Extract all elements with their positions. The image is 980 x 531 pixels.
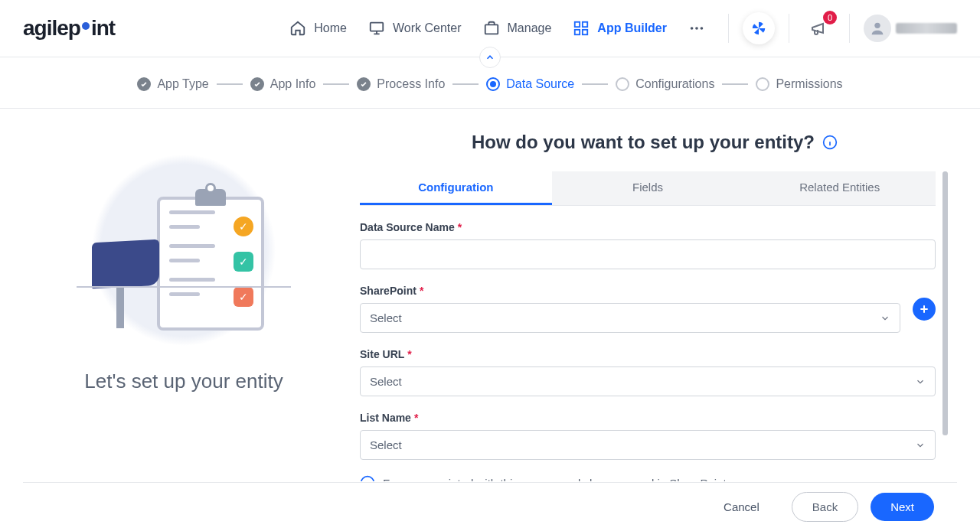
site-url-select[interactable]: Select (360, 366, 936, 396)
right-panel: How do you want to set up your entity? C… (360, 109, 949, 481)
step-app-type[interactable]: App Type (137, 77, 208, 91)
svg-rect-5 (583, 30, 587, 34)
ellipsis-icon (688, 20, 705, 37)
svg-point-8 (701, 27, 704, 30)
nav-app-builder-label: App Builder (597, 21, 667, 35)
nav-manage-label: Manage (508, 21, 552, 35)
footer-actions: Cancel Back Next (23, 482, 957, 531)
logo-dot-icon (82, 22, 90, 30)
form-tabs: Configuration Fields Related Entities (360, 171, 936, 206)
nav-app-builder[interactable]: App Builder (573, 20, 667, 37)
divider (728, 14, 729, 43)
main-content: ✓ ✓ ✓ Let's set up your entity How do yo… (0, 109, 980, 481)
next-button[interactable]: Next (871, 493, 934, 521)
sharepoint-label: SharePoint* (360, 285, 900, 297)
chevron-down-icon (915, 376, 926, 387)
nav-manage[interactable]: Manage (483, 20, 552, 37)
check-icon (357, 77, 371, 91)
nav-home-label: Home (314, 21, 347, 35)
svg-point-7 (695, 27, 698, 30)
tab-fields[interactable]: Fields (552, 171, 744, 205)
step-label: App Info (270, 77, 316, 91)
list-name-label: List Name* (360, 412, 936, 424)
chevron-down-icon (915, 440, 926, 451)
todo-step-icon (756, 77, 769, 91)
info-message: Forms associated with this app can only … (360, 475, 936, 481)
site-url-label: Site URL* (360, 348, 936, 360)
step-data-source[interactable]: Data Source (486, 77, 574, 91)
step-configurations[interactable]: Configurations (616, 77, 714, 91)
info-icon[interactable] (822, 135, 838, 150)
svg-rect-0 (371, 23, 384, 31)
nav-work-center[interactable]: Work Center (368, 20, 462, 37)
step-permissions[interactable]: Permissions (756, 77, 842, 91)
check-icon (250, 77, 264, 91)
select-value: Select (370, 311, 402, 324)
step-label: Data Source (506, 77, 574, 91)
plus-icon (918, 303, 930, 315)
top-nav: Home Work Center Manage App Builder (289, 20, 705, 37)
page-title-text: How do you want to set up your entity? (472, 132, 815, 153)
list-name-select[interactable]: Select (360, 430, 936, 460)
person-icon (869, 20, 886, 37)
step-process-info[interactable]: Process Info (357, 77, 445, 91)
home-icon (289, 20, 306, 37)
entity-illustration: ✓ ✓ ✓ (92, 155, 276, 346)
todo-step-icon (616, 77, 629, 91)
topbar-right-cluster: 0 (728, 12, 957, 44)
tab-configuration[interactable]: Configuration (360, 171, 552, 205)
nav-more[interactable] (688, 20, 705, 37)
user-menu[interactable] (864, 15, 957, 42)
step-connector (452, 83, 479, 85)
select-value: Select (370, 438, 402, 451)
step-connector (582, 83, 608, 85)
step-label: Process Info (377, 77, 445, 91)
page-title: How do you want to set up your entity? (360, 132, 949, 153)
cancel-button[interactable]: Cancel (704, 493, 779, 521)
form-area: Data Source Name* SharePoint* Select (360, 206, 936, 481)
select-value: Select (370, 375, 402, 388)
current-step-icon (486, 77, 500, 91)
pinwheel-icon (750, 20, 767, 37)
svg-point-9 (874, 23, 880, 28)
username-label (896, 23, 957, 34)
svg-point-6 (691, 27, 694, 30)
svg-rect-1 (485, 24, 498, 34)
step-connector (323, 83, 349, 85)
step-label: Configurations (635, 77, 714, 91)
chevron-up-icon (485, 52, 495, 63)
divider (789, 14, 789, 43)
step-app-info[interactable]: App Info (250, 77, 316, 91)
check-square-icon: ✓ (234, 287, 253, 307)
check-icon (137, 77, 151, 91)
scrollbar[interactable] (942, 171, 948, 435)
step-connector (217, 83, 243, 85)
step-label: Permissions (776, 77, 842, 91)
collapse-toggle-button[interactable] (479, 47, 501, 68)
check-circle-icon: ✓ (234, 217, 253, 236)
notifications-badge: 0 (823, 11, 837, 24)
info-icon (360, 475, 375, 481)
brand-logo: agilepint (23, 16, 115, 41)
nav-home[interactable]: Home (289, 20, 347, 37)
grid-icon (573, 20, 590, 37)
data-source-name-input[interactable] (360, 239, 936, 269)
back-button[interactable]: Back (792, 492, 858, 522)
sharepoint-select[interactable]: Select (360, 303, 900, 333)
divider (849, 14, 850, 43)
briefcase-icon (483, 20, 500, 37)
left-heading: Let's set up your entity (31, 369, 337, 395)
info-text: Forms associated with this app can only … (383, 477, 727, 482)
left-panel: ✓ ✓ ✓ Let's set up your entity (31, 109, 337, 481)
step-connector (722, 83, 748, 85)
check-square-icon: ✓ (234, 252, 253, 272)
data-source-name-label: Data Source Name* (360, 221, 936, 233)
avatar (864, 15, 891, 42)
add-sharepoint-button[interactable] (913, 298, 936, 321)
app-switcher-button[interactable] (743, 12, 775, 44)
svg-rect-2 (575, 22, 580, 27)
nav-work-center-label: Work Center (393, 21, 462, 35)
chevron-down-icon (880, 313, 890, 324)
tab-related-entities[interactable]: Related Entities (743, 171, 936, 205)
notifications-button[interactable]: 0 (803, 12, 835, 44)
